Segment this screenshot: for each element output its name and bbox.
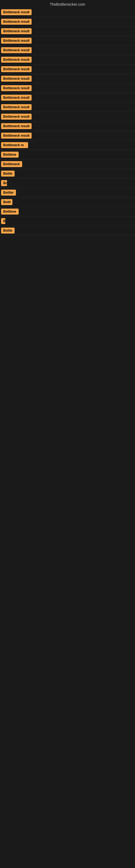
list-item[interactable]: Bottleneck result (0, 112, 135, 122)
list-item[interactable]: Bottleneck result (0, 93, 135, 102)
bottleneck-result-badge[interactable]: Bottlene (1, 152, 18, 158)
list-item[interactable]: Bottle (0, 226, 135, 236)
bottleneck-result-badge[interactable]: Bottle (1, 170, 14, 177)
bottleneck-result-badge[interactable]: Bottleneck result (1, 76, 32, 82)
list-item[interactable]: Bottleneck (0, 159, 135, 169)
list-item[interactable]: Bottleneck result (0, 122, 135, 131)
list-item[interactable]: Bottleneck result (0, 131, 135, 141)
bottleneck-result-badge[interactable]: Bottler (1, 190, 16, 195)
list-item[interactable]: Bottlene (0, 150, 135, 159)
bottleneck-result-badge[interactable]: Bottleneck result (1, 85, 32, 91)
list-item[interactable]: Bo (0, 179, 135, 188)
bottleneck-result-badge[interactable]: Bottleneck result (1, 57, 32, 63)
bottleneck-result-badge[interactable]: Bottle (1, 227, 14, 234)
bottleneck-result-badge[interactable]: Bottl (1, 199, 12, 205)
bottleneck-result-badge[interactable]: Bottleneck result (1, 114, 32, 120)
bottleneck-result-badge[interactable]: Bottleneck re (1, 142, 28, 148)
bottleneck-result-badge[interactable]: Bottleneck (1, 161, 22, 167)
bottleneck-result-badge[interactable]: Bottleneck result (1, 38, 32, 44)
bottleneck-result-badge[interactable]: Bottleneck result (1, 28, 32, 34)
list-item[interactable]: Bottleneck result (0, 45, 135, 55)
results-container: Bottleneck resultBottleneck resultBottle… (0, 8, 135, 236)
bottleneck-result-badge[interactable]: Bottleneck result (1, 66, 32, 72)
bottleneck-result-badge[interactable]: Bo (1, 180, 7, 186)
list-item[interactable]: Bottleneck re (0, 141, 135, 150)
list-item[interactable]: Bottleneck result (0, 36, 135, 45)
bottleneck-result-badge[interactable]: Bottleneck result (1, 104, 32, 110)
bottleneck-result-badge[interactable]: Bottleneck result (1, 9, 32, 15)
list-item[interactable]: Bottleneck result (0, 74, 135, 84)
bottleneck-result-badge[interactable]: Bottleneck result (1, 133, 32, 138)
list-item[interactable]: Bottleneck result (0, 55, 135, 65)
site-header: TheBottlenecker.com (0, 0, 135, 8)
list-item[interactable]: Bottleneck result (0, 8, 135, 17)
bottleneck-result-badge[interactable]: Bottleneck result (1, 19, 32, 25)
list-item[interactable]: Bottleneck result (0, 84, 135, 93)
list-item[interactable]: Bottlene (0, 207, 135, 216)
list-item[interactable]: Bottleneck result (0, 17, 135, 27)
bottleneck-result-badge[interactable]: B (1, 218, 5, 224)
list-item[interactable]: Bottl (0, 197, 135, 207)
bottleneck-result-badge[interactable]: Bottleneck result (1, 123, 32, 129)
list-item[interactable]: Bottleneck result (0, 102, 135, 112)
list-item[interactable]: Bottleneck result (0, 65, 135, 74)
list-item[interactable]: Bottle (0, 169, 135, 179)
bottleneck-result-badge[interactable]: Bottleneck result (1, 95, 32, 101)
list-item[interactable]: Bottler (0, 188, 135, 197)
list-item[interactable]: B (0, 216, 135, 226)
bottleneck-result-badge[interactable]: Bottleneck result (1, 47, 32, 53)
list-item[interactable]: Bottleneck result (0, 27, 135, 36)
bottleneck-result-badge[interactable]: Bottlene (1, 209, 18, 215)
